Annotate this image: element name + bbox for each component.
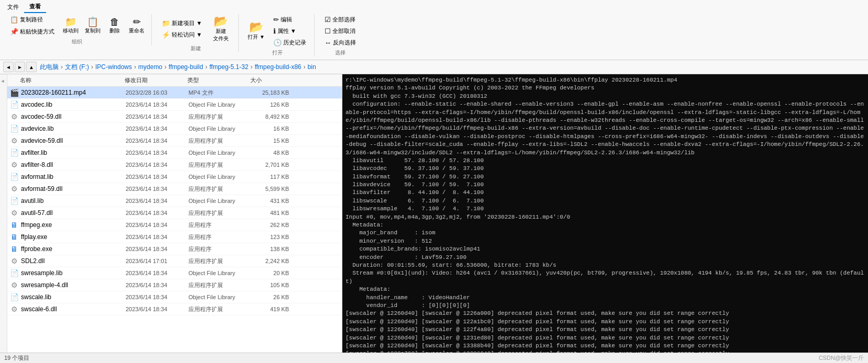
delete-btn[interactable]: 🗑 删除 [104, 16, 125, 36]
copy-path-btn[interactable]: 📋 复制路径 [6, 14, 58, 25]
breadcrumb-ipc[interactable]: IPC-windows [95, 63, 132, 71]
file-name: swresample-4.dll [21, 281, 126, 289]
sidebar-arrow-btn[interactable]: ◄ [0, 74, 5, 84]
col-header-date[interactable]: 修改日期 [121, 75, 184, 85]
deselect-all-btn[interactable]: ☐ 全部取消 [321, 26, 360, 37]
table-row[interactable]: 📄 swscale.lib 2023/6/14 18:34 Object Fil… [7, 291, 342, 303]
col-header-size[interactable]: 大小 [247, 75, 289, 85]
terminal-line: major_brand : isom [346, 229, 865, 237]
file-name: avutil.lib [21, 197, 126, 205]
file-size: 16 KB [251, 126, 293, 132]
file-icon: 📄 [9, 148, 19, 157]
open-icon: 📂 [249, 21, 263, 33]
table-row[interactable]: 📄 avdevice.lib 2023/6/14 18:34 Object Fi… [7, 123, 342, 135]
table-row[interactable]: ⚙ swscale-6.dll 2023/6/14 18:34 应用程序扩展 4… [7, 303, 342, 315]
breadcrumb-mydemo[interactable]: mydemo [138, 63, 162, 71]
file-type: 应用程序扩展 [188, 281, 251, 289]
table-row[interactable]: 📄 avutil.lib 2023/6/14 18:34 Object File… [7, 195, 342, 207]
file-size: 126 KB [251, 101, 293, 108]
file-name: avformat-59.dll [21, 185, 126, 192]
paste-shortcut-btn[interactable]: 📌 粘贴快捷方式 [6, 26, 58, 37]
new-folder-btn[interactable]: 📂 新建文件夹 [208, 14, 234, 44]
file-size: 419 KB [251, 306, 293, 312]
terminal-line: [swscaler @ 12260d40] [swscaler @ 1231ed… [346, 334, 865, 342]
forward-btn[interactable]: ► [15, 62, 25, 72]
invert-selection-btn[interactable]: ↔ 反向选择 [321, 37, 360, 48]
move-btn[interactable]: 📁 移动到 [60, 16, 81, 36]
file-date: 2023/6/14 18:34 [126, 174, 188, 180]
table-row[interactable]: 📄 avfilter.lib 2023/6/14 18:34 Object Fi… [7, 147, 342, 159]
ribbon-group-select: ☑ 全部选择 ☐ 全部取消 ↔ 反向选择 选择 [317, 14, 364, 56]
file-icon: ⚙ [9, 184, 19, 194]
file-size: 123 KB [251, 234, 293, 240]
file-icon: 🎬 [9, 88, 19, 97]
file-size: 26 KB [251, 294, 293, 300]
file-icon: 🖥 [9, 220, 19, 230]
table-row[interactable]: 📄 avcodec.lib 2023/6/14 18:34 Object Fil… [7, 99, 342, 111]
terminal-panel[interactable]: r:\IPC-windows\mydemo\ffmpeg-build\ffmpe… [342, 74, 868, 353]
file-date: 2023/6/14 18:34 [126, 162, 188, 168]
file-icon: 📄 [9, 292, 19, 302]
tab-file[interactable]: 文件 [2, 1, 24, 13]
open-btn[interactable]: 📂 打开 ▼ [245, 20, 268, 42]
file-name: ffplay.exe [21, 233, 126, 241]
new-item-icon: 📁 [162, 19, 170, 27]
file-icon: 📄 [9, 100, 19, 109]
file-size: 8,492 KB [251, 114, 293, 120]
breadcrumb-docs[interactable]: 文档 (F:) [65, 63, 89, 72]
edit-btn[interactable]: ✏ 编辑 [270, 14, 310, 25]
table-row[interactable]: ⚙ avdevice-59.dll 2023/6/14 18:34 应用程序扩展… [7, 135, 342, 147]
tab-view[interactable]: 查看 [24, 1, 46, 13]
file-date: 2023/6/14 18:34 [126, 294, 188, 300]
new-item-btn[interactable]: 📁 新建项目 ▼ [158, 18, 206, 29]
ribbon: 文件 查看 📋 复制路径 📌 粘贴快捷方式 📁 [0, 0, 868, 60]
file-icon: ⚙ [9, 112, 19, 121]
file-date: 2023/6/14 18:34 [126, 222, 188, 228]
copy-path-icon: 📋 [10, 16, 18, 24]
terminal-line: minor_version : 512 [346, 237, 865, 245]
table-row[interactable]: ⚙ avformat-59.dll 2023/6/14 18:34 应用程序扩展… [7, 183, 342, 195]
breadcrumb-pc[interactable]: 此电脑 [40, 63, 59, 72]
rename-btn[interactable]: ✏ 重命名 [126, 16, 147, 36]
up-btn[interactable]: ▲ [26, 62, 37, 72]
breadcrumb-ffmpeg-build[interactable]: ffmpeg-build [169, 63, 203, 71]
table-row[interactable]: ⚙ avcodec-59.dll 2023/6/14 18:34 应用程序扩展 … [7, 111, 342, 123]
quick-sidebar: ◄ [0, 74, 7, 353]
table-row[interactable]: ⚙ SDL2.dll 2023/6/14 17:01 应用程序扩展 2,242 … [7, 255, 342, 267]
history-btn[interactable]: 🕒 历史记录 [270, 37, 310, 48]
properties-btn[interactable]: ℹ 属性 ▼ [270, 26, 310, 37]
file-size: 2,701 KB [251, 162, 293, 168]
table-row[interactable]: 🎬 20230228-160211.mp4 2023/2/28 16:03 MP… [7, 87, 342, 99]
ribbon-group-clipboard: 📋 复制路径 📌 粘贴快捷方式 📁 移动到 📋 复制到 [2, 14, 152, 46]
col-header-type[interactable]: 类型 [184, 75, 247, 85]
copy-btn[interactable]: 📋 复制到 [82, 16, 103, 36]
table-row[interactable]: 🖥 ffmpeg.exe 2023/6/14 18:34 应用程序 262 KB [7, 219, 342, 231]
file-icon: 🖥 [9, 244, 19, 254]
table-row[interactable]: 📄 swresample.lib 2023/6/14 18:34 Object … [7, 267, 342, 279]
select-all-btn[interactable]: ☑ 全部选择 [321, 14, 360, 25]
file-date: 2023/6/14 18:34 [126, 150, 188, 156]
terminal-line: [swscaler @ 12260d40] [swscaler @ 1226a0… [346, 310, 865, 317]
table-row[interactable]: 🖥 ffprobe.exe 2023/6/14 18:34 应用程序 138 K… [7, 243, 342, 255]
table-row[interactable]: 🖥 ffplay.exe 2023/6/14 18:34 应用程序 123 KB [7, 231, 342, 243]
table-row[interactable]: 📄 avformat.lib 2023/6/14 18:34 Object Fi… [7, 171, 342, 183]
table-row[interactable]: ⚙ swresample-4.dll 2023/6/14 18:34 应用程序扩… [7, 279, 342, 291]
back-btn[interactable]: ◄ [3, 62, 14, 72]
breadcrumb-bin[interactable]: bin [308, 63, 316, 71]
file-icon: 📄 [9, 196, 19, 206]
easy-access-btn[interactable]: ⚡ 轻松访问 ▼ [158, 29, 206, 40]
col-header-name[interactable]: 名称 [17, 75, 121, 85]
table-row[interactable]: ⚙ avutil-57.dll 2023/6/14 18:34 应用程序扩展 4… [7, 207, 342, 219]
breadcrumb-ffmpeg-build-x86[interactable]: ffmpeg-build-x86 [254, 63, 301, 71]
file-name: 20230228-160211.mp4 [21, 89, 126, 96]
file-icon: ⚙ [9, 280, 19, 290]
file-type: Object File Library [188, 270, 251, 276]
invert-selection-icon: ↔ [325, 39, 331, 47]
table-row[interactable]: ⚙ avfilter-8.dll 2023/6/14 18:34 应用程序扩展 … [7, 159, 342, 171]
breadcrumb-ffmpeg-5132[interactable]: ffmpeg-5.1-32 [209, 63, 249, 71]
file-date: 2023/6/14 18:34 [126, 270, 188, 276]
file-type: Object File Library [188, 126, 251, 132]
main-area: ◄ 名称 修改日期 类型 大小 🎬 20230228-160211.mp4 20… [0, 74, 868, 353]
new-folder-icon: 📂 [214, 16, 228, 27]
terminal-line: libavformat 59. 27.100 / 59. 27.100 [346, 173, 865, 181]
